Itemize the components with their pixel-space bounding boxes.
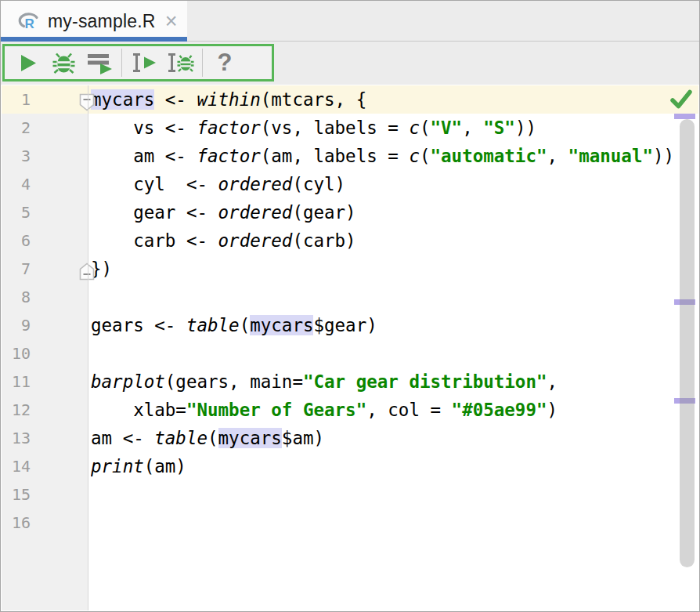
code-text (91, 480, 698, 509)
fold-column (31, 114, 91, 142)
line-number: 1 (2, 85, 31, 114)
line-number: 5 (2, 198, 31, 226)
code-line-9[interactable]: 9gears <- table(mycars$gear) (2, 311, 698, 339)
line-number: 3 (2, 142, 31, 170)
fold-column (31, 311, 91, 339)
code-text (91, 339, 698, 368)
code-text: gear <- ordered(gear) (91, 198, 698, 226)
fold-column (31, 170, 91, 198)
debug-current-line-button[interactable] (162, 46, 198, 79)
line-number: 15 (2, 480, 31, 509)
svg-text:R: R (25, 16, 34, 31)
fold-column (31, 142, 91, 170)
fold-column (31, 509, 91, 537)
fold-column (31, 368, 91, 396)
code-line-15[interactable]: 15 (2, 480, 698, 509)
code-editor[interactable]: 1mycars <- within(mtcars, {2 vs <- facto… (2, 85, 698, 610)
code-text (91, 509, 698, 537)
line-number: 4 (2, 170, 31, 198)
inspections-ok-icon[interactable] (669, 89, 693, 114)
code-line-10[interactable]: 10 (2, 339, 698, 368)
fold-column (31, 480, 91, 509)
editor-tab-bar: R my-sample.R × (1, 1, 699, 42)
code-line-11[interactable]: 11barplot(gears, main="Car gear distribu… (2, 368, 698, 396)
fold-column (31, 198, 91, 226)
line-number: 9 (2, 311, 31, 339)
line-number: 14 (2, 452, 31, 480)
gutter-separator (88, 85, 88, 610)
ide-window: R my-sample.R × (0, 0, 700, 612)
code-line-2[interactable]: 2 vs <- factor(vs, labels = c("V", "S")) (2, 114, 698, 142)
line-number: 8 (2, 283, 31, 311)
line-number: 11 (2, 368, 31, 396)
help-button[interactable]: ? (207, 46, 243, 79)
close-icon[interactable]: × (165, 13, 178, 29)
code-text: vs <- factor(vs, labels = c("V", "S")) (91, 114, 698, 142)
caret-run-icon (131, 52, 158, 74)
code-text: am <- factor(am, labels = c("automatic",… (91, 142, 698, 170)
fold-marker-end-icon[interactable] (79, 260, 95, 278)
code-line-3[interactable]: 3 am <- factor(am, labels = c("automatic… (2, 142, 698, 170)
code-text: mycars <- within(mtcars, { (91, 85, 698, 114)
fold-column (31, 452, 91, 480)
code-line-14[interactable]: 14print(am) (2, 452, 698, 480)
line-number: 6 (2, 226, 31, 255)
code-line-1[interactable]: 1mycars <- within(mtcars, { (2, 85, 698, 114)
fold-marker-start-icon[interactable] (79, 91, 95, 109)
fold-column (31, 339, 91, 368)
caret-debug-icon (166, 52, 194, 74)
toolbar-separator (121, 49, 122, 77)
run-current-line-button[interactable] (126, 46, 162, 79)
code-text (91, 283, 698, 311)
run-all-button[interactable] (81, 46, 117, 79)
line-number: 10 (2, 339, 31, 368)
code-line-16[interactable]: 16 (2, 509, 698, 537)
fold-column (31, 226, 91, 255)
debug-button[interactable] (45, 46, 81, 79)
vertical-scrollbar-thumb[interactable] (680, 119, 695, 567)
line-number: 16 (2, 509, 31, 537)
code-line-13[interactable]: 13am <- table(mycars$am) (2, 424, 698, 452)
fold-column (31, 255, 91, 283)
run-button[interactable] (9, 46, 45, 79)
debug-icon (52, 52, 76, 74)
run-toolbar: ? (2, 44, 274, 81)
code-lines: 1mycars <- within(mtcars, {2 vs <- facto… (2, 85, 698, 537)
code-line-8[interactable]: 8 (2, 283, 698, 311)
code-line-7[interactable]: 7}) (2, 255, 698, 283)
tab-my-sample-r[interactable]: R my-sample.R × (1, 1, 187, 42)
fold-column (31, 283, 91, 311)
help-icon: ? (218, 49, 233, 77)
r-file-icon: R (18, 12, 40, 31)
line-number: 7 (2, 255, 31, 283)
fold-column (31, 424, 91, 452)
tab-title: my-sample.R (48, 11, 156, 32)
code-text: cyl <- ordered(cyl) (91, 170, 698, 198)
run-lines-icon (87, 52, 113, 74)
code-line-12[interactable]: 12 xlab="Number of Gears", col = "#05ae9… (2, 396, 698, 424)
run-toolbar-row: ? (1, 42, 699, 85)
line-number: 13 (2, 424, 31, 452)
occurrence-stripe-mark[interactable] (674, 114, 695, 119)
fold-column (31, 396, 91, 424)
code-line-6[interactable]: 6 carb <- ordered(carb) (2, 226, 698, 255)
code-text: am <- table(mycars$am) (91, 424, 698, 452)
code-text: print(am) (91, 452, 698, 480)
run-icon (17, 53, 38, 74)
code-text: barplot(gears, main="Car gear distributi… (91, 368, 698, 396)
code-text: carb <- ordered(carb) (91, 226, 698, 255)
line-number: 2 (2, 114, 31, 142)
code-text: }) (91, 255, 698, 283)
code-text: xlab="Number of Gears", col = "#05ae99") (91, 396, 698, 424)
code-line-4[interactable]: 4 cyl <- ordered(cyl) (2, 170, 698, 198)
code-text: gears <- table(mycars$gear) (91, 311, 698, 339)
fold-column (31, 85, 91, 114)
toolbar-separator (202, 49, 203, 77)
line-number: 12 (2, 396, 31, 424)
code-line-5[interactable]: 5 gear <- ordered(gear) (2, 198, 698, 226)
